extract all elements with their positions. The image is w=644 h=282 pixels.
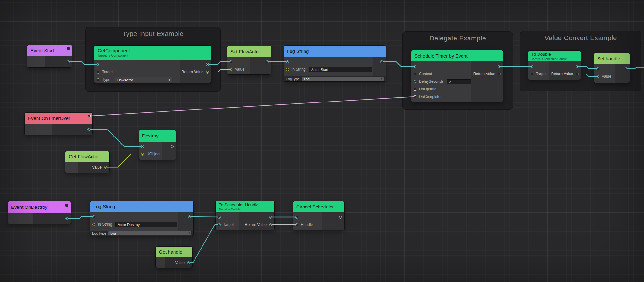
pin-label: Context [419, 72, 432, 76]
node-header[interactable]: Log String [284, 46, 386, 57]
node-log-string-2[interactable]: Log StringIn StringActor DestroyLogTypeL… [90, 201, 193, 236]
row-output-side [576, 65, 579, 68]
node-header[interactable]: Event OnDestroy [8, 201, 71, 213]
dropdown-type[interactable]: FlowActor [114, 77, 172, 82]
pin-exec-in[interactable] [531, 65, 533, 68]
pin-exec-out[interactable] [269, 216, 272, 219]
node-set-handle[interactable]: Set handleValue [594, 53, 630, 83]
pin-exec-in[interactable] [414, 65, 416, 68]
node-to-double[interactable]: To DoubleTarget is SchedulerHandleTarget… [528, 51, 581, 80]
field-instring[interactable]: Actor Destroy [115, 222, 177, 227]
pin-return[interactable] [576, 73, 579, 75]
pin-return[interactable] [498, 73, 501, 75]
pin-target[interactable] [97, 71, 99, 74]
node-header[interactable]: Destroy [139, 130, 176, 142]
pin-uobject[interactable] [141, 153, 144, 156]
pin-exec-out[interactable] [206, 63, 209, 66]
node-event-start[interactable]: Event Start [27, 45, 72, 67]
pin-value[interactable] [596, 75, 599, 78]
pin-exec-out[interactable] [87, 128, 90, 131]
node-event-ondestroy[interactable]: Event OnDestroy [8, 201, 71, 224]
pin-rows: In StringActor Destroy [90, 212, 193, 228]
node-cancel-scheduler[interactable]: Cancel SchedulerHandle [293, 201, 344, 230]
pin-exec-out[interactable] [171, 145, 174, 148]
pin-exec-in[interactable] [230, 60, 232, 63]
row-output-side [339, 216, 342, 219]
pin-exec-in[interactable] [286, 60, 289, 63]
node-to-scheduler-handle[interactable]: To Scheduler HandleTarget is DoubleTarge… [216, 201, 274, 230]
node-log-string-1[interactable]: Log StringIn StringActor StartLogTypeLog [284, 46, 386, 81]
pin-label: Return Value [473, 72, 495, 76]
pin-exec-in[interactable] [596, 67, 599, 70]
delegate-square-icon[interactable] [88, 115, 91, 117]
pin-exec-out[interactable] [65, 217, 68, 220]
pin-return[interactable] [269, 223, 272, 226]
node-title: GetComponent [98, 48, 208, 53]
pin-type[interactable] [97, 78, 99, 81]
pin-row: OnComplete [411, 93, 503, 101]
pin-exec-in[interactable] [141, 145, 144, 148]
delegate-square-icon[interactable] [65, 204, 68, 207]
pin-row [27, 56, 72, 67]
pin-exec-out[interactable] [498, 65, 501, 68]
node-destroy[interactable]: DestroyUObject [139, 130, 176, 160]
node-header[interactable]: Log String [90, 201, 193, 212]
row-input-side: In StringActor Destroy [92, 222, 177, 227]
field-instring[interactable]: Actor Start [309, 67, 372, 72]
pin-return[interactable] [206, 71, 209, 74]
dropdown-logtype[interactable]: Log [302, 77, 384, 81]
node-get-flowactor[interactable]: Get FlowActorValue [65, 151, 109, 173]
pin-target[interactable] [218, 223, 221, 226]
pin-exec-out[interactable] [188, 215, 191, 218]
pin-value[interactable] [230, 68, 232, 71]
pin-instring[interactable] [92, 223, 95, 226]
node-event-ontimerover[interactable]: Event OnTimerOver [25, 113, 92, 135]
pin-exec-in[interactable] [92, 215, 95, 218]
pin-exec-out[interactable] [625, 67, 627, 70]
node-subtitle: Target is SchedulerHandle [531, 57, 578, 60]
pin-exec-in[interactable] [97, 63, 99, 66]
node-header[interactable]: Event OnTimerOver [25, 113, 92, 124]
pin-oncomplete[interactable] [414, 95, 416, 98]
pin-value-out[interactable] [104, 166, 107, 169]
pin-value-out[interactable] [187, 261, 190, 264]
pin-exec-out[interactable] [576, 65, 579, 68]
node-header[interactable]: Event Start [27, 45, 72, 56]
pin-exec-out[interactable] [67, 60, 70, 63]
node-header[interactable]: Get FlowActor [65, 151, 109, 162]
node-header[interactable]: Schedule Timer by Event [411, 50, 503, 61]
delegate-square-icon[interactable] [67, 47, 70, 50]
pin-exec-out[interactable] [266, 60, 269, 63]
node-get-handle[interactable]: Get handleValue [156, 247, 192, 268]
pin-exec-in[interactable] [295, 216, 298, 219]
node-header[interactable]: Set handle [594, 53, 630, 64]
pin-handle[interactable] [295, 223, 298, 226]
pin-exec-in[interactable] [218, 216, 221, 219]
node-schedule-timer[interactable]: Schedule Timer by EventContextReturn Val… [411, 50, 503, 102]
row-input-side [596, 67, 599, 70]
node-get-component[interactable]: GetComponentTarget is ComponentTargetRet… [94, 46, 211, 83]
pin-context[interactable] [414, 73, 416, 75]
node-header[interactable]: Set FlowActor [227, 46, 271, 57]
node-header[interactable]: To DoubleTarget is SchedulerHandle [528, 51, 581, 61]
node-set-flowactor[interactable]: Set FlowActorValue [227, 46, 271, 74]
pin-exec-out[interactable] [339, 216, 342, 219]
pin-target[interactable] [531, 73, 533, 75]
pin-delay[interactable] [414, 80, 416, 83]
node-title: Set handle [597, 56, 627, 61]
node-header[interactable]: Cancel Scheduler [293, 201, 344, 212]
pin-rows: TargetReturn Value [216, 212, 274, 229]
pin-row [94, 60, 211, 68]
pin-onupdate[interactable] [414, 88, 416, 91]
pin-exec-out[interactable] [380, 60, 383, 63]
dropdown-logtype[interactable]: Log [108, 231, 191, 235]
field-delay[interactable]: 2 [447, 79, 471, 84]
node-header[interactable]: To Scheduler HandleTarget is Double [216, 201, 274, 212]
pin-instring[interactable] [286, 68, 289, 71]
node-header[interactable]: Get handle [156, 247, 192, 257]
row-input-side: UObject [141, 152, 160, 156]
node-header[interactable]: GetComponentTarget is Component [94, 46, 211, 60]
row-input-side: Target [531, 72, 546, 76]
node-graph-canvas[interactable]: Type Input ExampleDelegate ExampleValue … [0, 0, 644, 282]
pin-row [528, 62, 581, 70]
